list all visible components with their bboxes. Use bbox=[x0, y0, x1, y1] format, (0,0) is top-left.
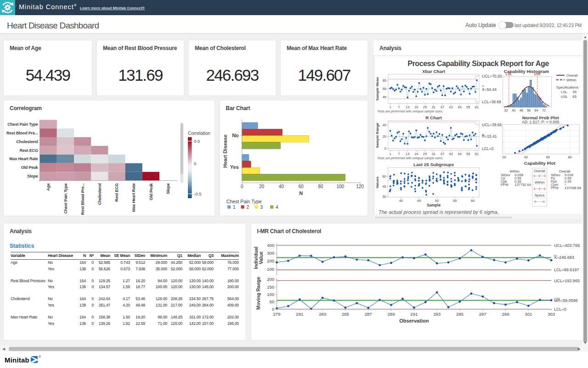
svg-text:60: 60 bbox=[546, 155, 550, 159]
svg-text:UCL=403.766: UCL=403.766 bbox=[554, 243, 580, 248]
svg-text:40: 40 bbox=[524, 155, 528, 159]
svg-text:1: 1 bbox=[233, 205, 236, 210]
svg-text:287: 287 bbox=[364, 312, 372, 317]
svg-text:USL: USL bbox=[561, 95, 568, 99]
svg-text:Value: Value bbox=[258, 251, 264, 264]
svg-text:7: 7 bbox=[398, 152, 400, 156]
svg-text:X=54.44: X=54.44 bbox=[482, 87, 497, 92]
svg-text:20: 20 bbox=[259, 184, 265, 189]
svg-text:Observation: Observation bbox=[399, 318, 429, 323]
svg-text:R Chart: R Chart bbox=[425, 115, 442, 120]
svg-text:Tests are performed with unequ: Tests are performed with unequal sample … bbox=[377, 156, 443, 160]
svg-text:LCL=38.68: LCL=38.68 bbox=[482, 100, 501, 104]
svg-text:80: 80 bbox=[318, 184, 323, 189]
svg-text:Tests are performed with unequ: Tests are performed with unequal sample … bbox=[377, 110, 443, 113]
svg-text:Sample Mean: Sample Mean bbox=[375, 77, 379, 100]
svg-text:49: 49 bbox=[458, 105, 461, 109]
svg-text:200: 200 bbox=[267, 258, 274, 263]
svg-text:-0.5: -0.5 bbox=[194, 191, 201, 196]
svg-text:Rest Blood Pre...: Rest Blood Pre... bbox=[6, 131, 38, 135]
svg-text:30: 30 bbox=[382, 195, 386, 199]
svg-text:13: 13 bbox=[406, 105, 409, 109]
svg-text:25: 25 bbox=[423, 152, 427, 156]
svg-text:Capability Plot: Capability Plot bbox=[524, 161, 556, 166]
svg-text:283: 283 bbox=[319, 312, 326, 317]
svg-text:291: 291 bbox=[410, 312, 418, 317]
svg-text:37: 37 bbox=[441, 105, 444, 109]
svg-text:LCL=0: LCL=0 bbox=[482, 146, 494, 151]
svg-text:45: 45 bbox=[382, 184, 386, 189]
svg-text:20: 20 bbox=[383, 134, 386, 139]
svg-text:60: 60 bbox=[471, 199, 475, 203]
svg-text:31: 31 bbox=[432, 105, 435, 109]
svg-text:MR=59.0596: MR=59.0596 bbox=[554, 298, 578, 303]
svg-text:UCL=70.20: UCL=70.20 bbox=[482, 74, 502, 78]
svg-text:60: 60 bbox=[382, 174, 386, 178]
svg-text:Xbar Chart: Xbar Chart bbox=[422, 69, 446, 74]
svg-text:400: 400 bbox=[267, 243, 274, 248]
svg-text:Slope: Slope bbox=[27, 174, 38, 178]
svg-text:Overall: Overall bbox=[566, 73, 578, 78]
svg-text:289: 289 bbox=[387, 312, 395, 317]
svg-text:USL: USL bbox=[534, 72, 541, 76]
svg-text:65: 65 bbox=[383, 78, 386, 83]
svg-text:Process Capability Sixpack Rep: Process Capability Sixpack Report for Ag… bbox=[407, 60, 549, 67]
svg-text:120: 120 bbox=[356, 184, 364, 189]
svg-text:Max Heart Rate: Max Heart Rate bbox=[131, 183, 136, 212]
svg-text:300: 300 bbox=[267, 251, 274, 256]
svg-text:20: 20 bbox=[502, 155, 506, 159]
svg-text:56: 56 bbox=[527, 108, 531, 112]
svg-text:Yes: Yes bbox=[230, 164, 238, 170]
svg-text:100: 100 bbox=[267, 292, 274, 297]
svg-text:Heart Disease: Heart Disease bbox=[222, 134, 227, 168]
svg-text:1: 1 bbox=[389, 105, 391, 109]
svg-text:55: 55 bbox=[466, 105, 470, 109]
svg-text:Chest Pain Type: Chest Pain Type bbox=[7, 122, 38, 127]
svg-text:Overall: Overall bbox=[534, 169, 545, 173]
svg-text:200: 200 bbox=[267, 277, 274, 282]
svg-text:64: 64 bbox=[534, 108, 538, 112]
svg-text:137752.64: 137752.64 bbox=[514, 183, 531, 187]
svg-text:PPM: PPM bbox=[501, 183, 508, 187]
svg-text:Old Peak: Old Peak bbox=[21, 165, 39, 170]
svg-text:19: 19 bbox=[414, 152, 418, 156]
svg-text:55: 55 bbox=[466, 152, 470, 156]
svg-text:Old Peak: Old Peak bbox=[149, 183, 153, 200]
svg-text:7: 7 bbox=[398, 105, 400, 109]
svg-text:LSL: LSL bbox=[506, 72, 513, 76]
svg-text:45: 45 bbox=[383, 95, 386, 99]
svg-text:281: 281 bbox=[296, 312, 303, 317]
svg-text:55: 55 bbox=[383, 87, 386, 91]
svg-text:40: 40 bbox=[278, 184, 284, 189]
svg-text:Rest ECG: Rest ECG bbox=[20, 148, 38, 153]
svg-text:Correlation: Correlation bbox=[188, 131, 210, 136]
svg-text:301: 301 bbox=[525, 312, 532, 317]
svg-text:60: 60 bbox=[298, 184, 304, 189]
svg-text:295: 295 bbox=[456, 312, 463, 317]
svg-text:Chest Pain Type: Chest Pain Type bbox=[226, 199, 261, 204]
svg-text:1: 1 bbox=[389, 152, 391, 156]
svg-text:LSL: LSL bbox=[561, 90, 568, 94]
svg-text:37: 37 bbox=[441, 152, 444, 156]
svg-text:LCL=0: LCL=0 bbox=[554, 307, 566, 312]
svg-text:61: 61 bbox=[475, 152, 479, 156]
svg-text:Last 25 Subgroups: Last 25 Subgroups bbox=[413, 162, 454, 167]
svg-text:61: 61 bbox=[475, 105, 479, 109]
svg-text:49: 49 bbox=[458, 152, 461, 156]
svg-text:80: 80 bbox=[568, 155, 571, 159]
svg-text:Rest Blood Pre...: Rest Blood Pre... bbox=[80, 184, 85, 215]
svg-text:31: 31 bbox=[432, 152, 435, 156]
svg-text:Sample Range: Sample Range bbox=[375, 123, 379, 148]
svg-text:PPM: PPM bbox=[551, 186, 558, 190]
svg-text:285: 285 bbox=[341, 312, 349, 317]
svg-text:AD: 1.517, P: < 0.005: AD: 1.517, P: < 0.005 bbox=[522, 120, 560, 124]
svg-text:Slope: Slope bbox=[166, 183, 170, 194]
svg-text:19: 19 bbox=[414, 105, 418, 109]
svg-text:100: 100 bbox=[336, 184, 344, 189]
svg-text:35: 35 bbox=[572, 90, 577, 94]
svg-text:Within: Within bbox=[535, 180, 545, 184]
svg-text:0.5: 0.5 bbox=[194, 139, 200, 144]
svg-text:4: 4 bbox=[276, 205, 278, 210]
svg-text:Max Heart Rate: Max Heart Rate bbox=[9, 156, 38, 161]
svg-text:UCL=192.965: UCL=192.965 bbox=[554, 279, 580, 283]
